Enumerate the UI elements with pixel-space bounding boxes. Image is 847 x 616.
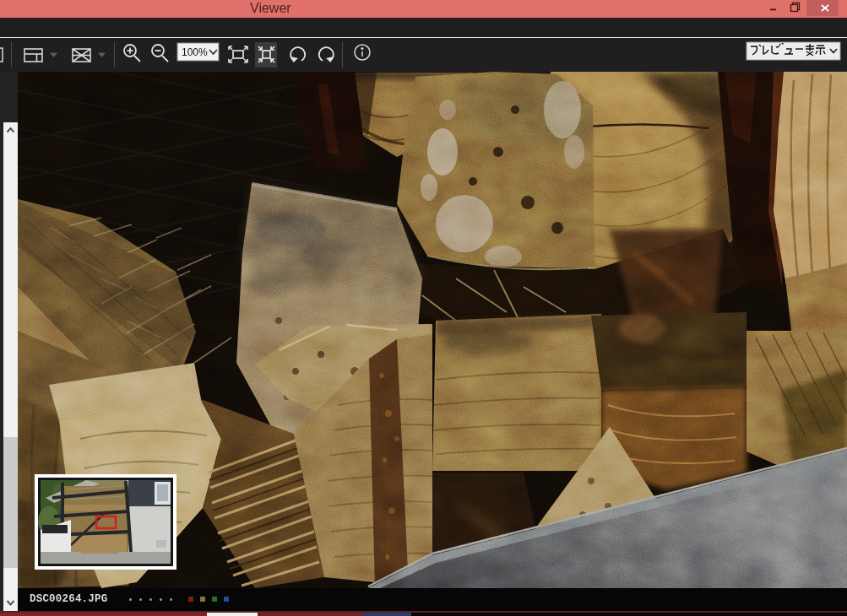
svg-text:100%: 100%	[182, 46, 208, 58]
